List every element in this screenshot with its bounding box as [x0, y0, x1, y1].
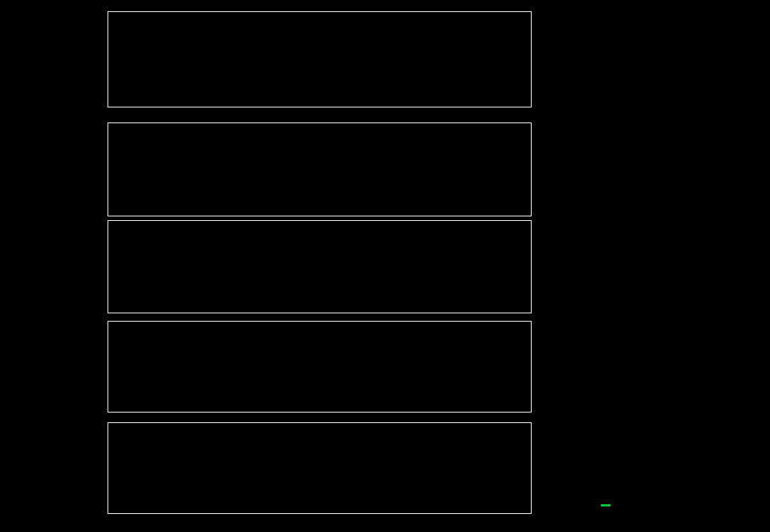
npi-spectrogram-panel [108, 11, 532, 107]
els-spectrogram-canvas [108, 123, 531, 216]
npi-spectrogram-canvas [108, 12, 531, 107]
stray-green-dash [601, 504, 611, 506]
model-constant-panel [108, 422, 532, 514]
mu-scanner-raw-panel [108, 220, 532, 313]
els-spectrogram-panel [108, 122, 532, 216]
scanner-pos-panel [108, 321, 532, 413]
plot-figure [0, 0, 770, 532]
